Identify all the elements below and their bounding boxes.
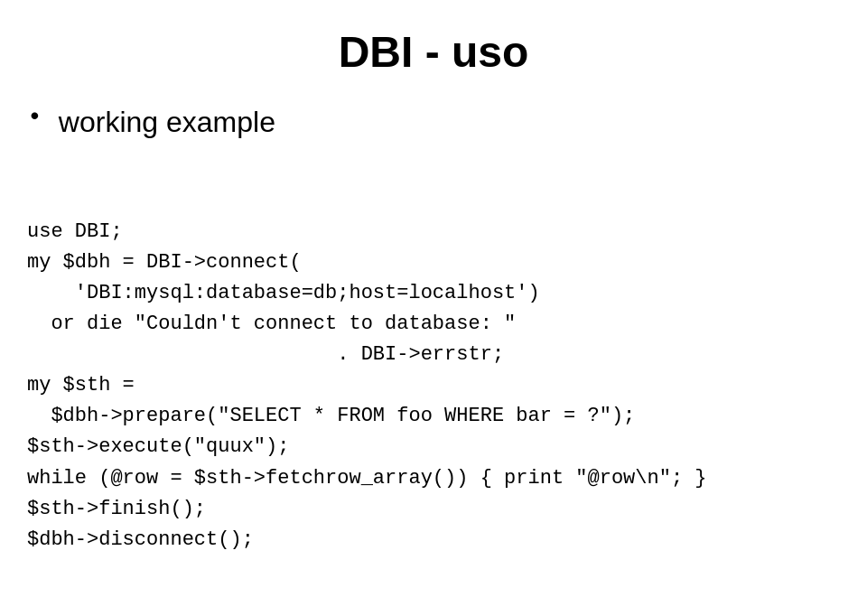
bullet-item: • working example <box>27 104 840 142</box>
code-block: use DBI;my $dbh = DBI->connect( 'DBI:mys… <box>27 155 840 555</box>
code-line: $dbh->prepare("SELECT * FROM foo WHERE b… <box>27 401 840 432</box>
bullet-label: working example <box>59 104 275 142</box>
code-line: use DBI; <box>27 217 840 247</box>
code-line: . DBI->errstr; <box>27 340 840 370</box>
code-line: $sth->execute("quux"); <box>27 432 840 462</box>
code-line: 'DBI:mysql:database=db;host=localhost') <box>27 278 840 309</box>
slide-title: DBI - uso <box>27 27 840 77</box>
code-line: while (@row = $sth->fetchrow_array()) { … <box>27 463 840 494</box>
code-line: $sth->finish(); <box>27 494 840 525</box>
bullet-section: • working example <box>27 104 840 142</box>
page-container: DBI - uso • working example use DBI;my $… <box>0 0 867 616</box>
code-line: my $sth = <box>27 370 840 401</box>
bullet-dot: • <box>27 102 42 133</box>
code-line: $dbh->disconnect(); <box>27 525 840 555</box>
code-line: or die "Couldn't connect to database: " <box>27 309 840 340</box>
code-line: my $dbh = DBI->connect( <box>27 247 840 278</box>
